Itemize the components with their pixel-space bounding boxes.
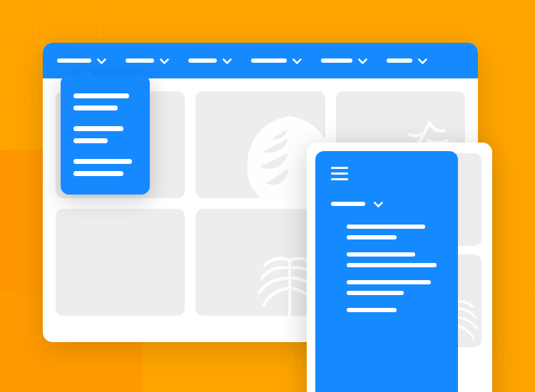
desktop-navbar (43, 43, 478, 78)
nav-label-placeholder (331, 202, 365, 206)
mobile-menu-panel[interactable] (315, 151, 458, 392)
chevron-down-icon (292, 55, 302, 65)
submenu-item[interactable] (347, 280, 442, 295)
dropdown-item[interactable] (73, 126, 137, 143)
text-placeholder (73, 138, 108, 143)
nav-item[interactable] (188, 57, 230, 64)
text-placeholder (73, 105, 118, 110)
chevron-down-icon (159, 55, 169, 65)
text-placeholder (73, 171, 123, 176)
dropdown-menu[interactable] (61, 75, 150, 195)
content-card[interactable] (195, 91, 325, 198)
text-placeholder (347, 225, 425, 229)
text-placeholder (347, 280, 431, 284)
nav-item[interactable] (321, 57, 365, 64)
submenu-item[interactable] (347, 308, 442, 312)
mobile-submenu (331, 225, 442, 312)
mobile-nav-item[interactable] (331, 200, 442, 207)
text-placeholder (73, 93, 129, 98)
submenu-item[interactable] (347, 252, 442, 267)
nav-item[interactable] (251, 57, 300, 64)
chevron-down-icon (417, 55, 427, 65)
nav-item[interactable] (387, 57, 425, 64)
nav-label-placeholder (251, 58, 287, 63)
chevron-down-icon (222, 55, 232, 65)
nav-label-placeholder (188, 58, 217, 63)
nav-label-placeholder (321, 58, 352, 63)
chevron-down-icon (357, 55, 367, 65)
text-placeholder (347, 291, 404, 295)
text-placeholder (347, 235, 397, 239)
mobile-window (307, 143, 492, 392)
text-placeholder (73, 159, 132, 164)
content-card[interactable] (56, 209, 185, 316)
text-placeholder (347, 308, 397, 312)
nav-label-placeholder (126, 58, 154, 63)
text-placeholder (347, 263, 437, 267)
dropdown-item[interactable] (73, 159, 137, 176)
nav-item[interactable] (57, 57, 104, 64)
content-card[interactable] (195, 209, 325, 316)
chevron-down-icon (373, 198, 383, 208)
nav-label-placeholder (387, 58, 412, 63)
hamburger-icon[interactable] (331, 167, 442, 180)
text-placeholder (73, 126, 123, 131)
text-placeholder (347, 252, 415, 257)
nav-item[interactable] (126, 57, 167, 64)
submenu-item[interactable] (347, 225, 442, 239)
dropdown-item[interactable] (73, 93, 137, 110)
chevron-down-icon (96, 55, 106, 65)
nav-label-placeholder (57, 58, 91, 63)
